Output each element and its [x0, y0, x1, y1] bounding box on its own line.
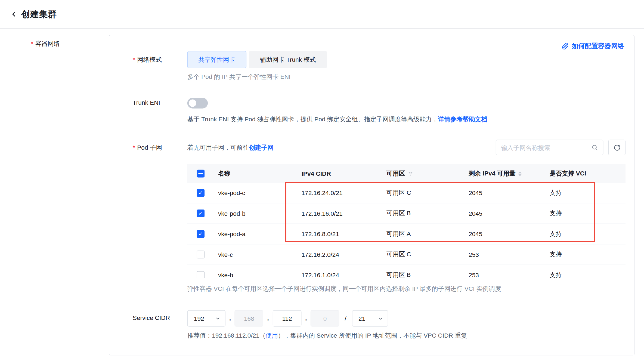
pod-subnet-control: 若无可用子网，可前往创建子网 — [187, 140, 626, 293]
network-mode-label: 网络模式 — [133, 51, 187, 81]
header-zone-label: 可用区 — [386, 170, 405, 178]
cell-remaining: 2045 — [469, 210, 550, 217]
refresh-icon — [613, 144, 620, 151]
cell-vci: 支持 — [550, 251, 626, 258]
mode-option-shared-eni[interactable]: 共享弹性网卡 — [187, 51, 246, 68]
trunk-helper-text: 基于 Trunk ENI 支持 Pod 独占弹性网卡，提供 Pod 绑定安全组、… — [187, 115, 438, 122]
vci-scheduling-helper: 弹性容器 VCI 在每个可用区选择一个子网进行实例调度，同一个可用区内选择剩余 … — [187, 285, 626, 293]
table-tools — [496, 140, 626, 155]
page-title: 创建集群 — [21, 8, 57, 20]
mode-option-trunk[interactable]: 辅助网卡 Trunk 模式 — [249, 51, 327, 68]
cell-cidr: 172.16.16.0/21 — [301, 210, 386, 217]
cell-vci: 支持 — [550, 271, 626, 278]
header-remaining: 剩余 IPv4 可用量 — [469, 170, 550, 178]
network-mode-control: 共享弹性网卡 辅助网卡 Trunk 模式 多个 Pod 的 IP 共享一个弹性网… — [187, 51, 626, 81]
use-recommended-link[interactable]: 使用 — [266, 332, 278, 339]
cell-remaining: 253 — [469, 271, 550, 278]
cell-remaining: 253 — [469, 251, 550, 258]
subnet-table-body: vke-pod-c 172.16.24.0/21 可用区 C 2045 支持 v… — [187, 183, 626, 278]
cell-name: vke-c — [218, 251, 302, 258]
pod-subnet-topline: 若无可用子网，可前往创建子网 — [187, 140, 626, 155]
network-mode-row: 网络模式 共享弹性网卡 辅助网卡 Trunk 模式 多个 Pod 的 IP 共享… — [133, 51, 626, 81]
cell-zone: 可用区 C — [386, 251, 469, 258]
header-remaining-label: 剩余 IPv4 可用量 — [469, 170, 515, 178]
service-cidr-control: 192 . . . / 21 — [187, 310, 626, 340]
cell-name: vke-pod-b — [218, 210, 302, 217]
search-icon[interactable] — [592, 144, 598, 151]
cell-cidr: 172.16.1.0/24 — [301, 271, 386, 278]
table-row[interactable]: vke-pod-b 172.16.16.0/21 可用区 B 2045 支持 — [187, 203, 626, 224]
paperclip-icon — [562, 43, 569, 50]
pod-subnet-hint: 若无可用子网，可前往创建子网 — [187, 144, 274, 152]
slash-separator: / — [345, 315, 347, 322]
cell-cidr: 172.16.24.0/21 — [301, 189, 386, 196]
refresh-button[interactable] — [608, 140, 626, 155]
dot-separator: . — [267, 315, 269, 322]
section-label: 容器网络 — [31, 40, 60, 47]
octet1-value: 192 — [194, 315, 204, 322]
header-ipv4-cidr: IPv4 CIDR — [301, 170, 386, 177]
dot-separator: . — [305, 315, 307, 322]
sort-icons[interactable] — [518, 171, 522, 176]
cell-vci: 支持 — [550, 209, 626, 217]
cell-zone: 可用区 C — [386, 189, 469, 197]
create-subnet-link[interactable]: 创建子网 — [249, 144, 274, 151]
cell-remaining: 2045 — [469, 189, 550, 196]
create-cluster-page: 创建集群 容器网络 如何配置容器网络 网络模式 共享弹性网卡 辅助网 — [0, 0, 644, 358]
configure-network-help-link[interactable]: 如何配置容器网络 — [562, 42, 624, 51]
octet2-input — [235, 310, 264, 326]
pod-subnet-label: Pod 子网 — [133, 140, 187, 293]
header-vci: 是否支持 VCI — [550, 170, 626, 178]
mask-select[interactable]: 21 — [352, 310, 388, 326]
service-cidr-row: Service CIDR 192 . . . — [133, 310, 626, 340]
cell-cidr: 172.16.8.0/21 — [301, 230, 386, 237]
subnet-table-header: 名称 IPv4 CIDR 可用区 剩余 IPv4 可用量 — [187, 164, 626, 183]
octet4-input — [311, 310, 339, 326]
trunk-eni-helper: 基于 Trunk ENI 支持 Pod 独占弹性网卡，提供 Pod 绑定安全组、… — [187, 115, 626, 123]
zone-filter-icon[interactable] — [408, 171, 413, 176]
row-checkbox[interactable] — [197, 251, 205, 258]
cell-zone: 可用区 B — [386, 209, 469, 217]
header-checkbox-cell — [187, 170, 218, 178]
help-link-label: 如何配置容器网络 — [572, 42, 624, 51]
chevron-down-icon — [378, 316, 383, 321]
cidr-helper-suffix: ），集群内的 Service 所使用的 IP 地址范围，不能与 VPC CIDR… — [278, 332, 467, 339]
trunk-eni-row: Trunk ENI 基于 Trunk ENI 支持 Pod 独占弹性网卡，提供 … — [133, 98, 626, 123]
content: 容器网络 如何配置容器网络 网络模式 共享弹性网卡 辅助网卡 Trunk 模式 — [0, 29, 644, 358]
back-icon[interactable] — [10, 10, 18, 18]
row-checkbox[interactable] — [197, 230, 205, 238]
row-checkbox[interactable] — [197, 209, 205, 217]
table-row[interactable]: vke-pod-a 172.16.8.0/21 可用区 A 2045 支持 — [187, 224, 626, 245]
section-label-column: 容器网络 — [0, 35, 109, 48]
table-row[interactable]: vke-b 172.16.1.0/24 可用区 B 253 支持 — [187, 265, 626, 278]
cell-name: vke-b — [218, 271, 302, 278]
octet1-select[interactable]: 192 — [187, 310, 225, 326]
cell-name: vke-pod-c — [218, 189, 302, 196]
cell-zone: 可用区 B — [386, 271, 469, 278]
network-mode-options: 共享弹性网卡 辅助网卡 Trunk 模式 — [187, 51, 626, 68]
header-name: 名称 — [218, 170, 302, 178]
cell-cidr: 172.16.2.0/24 — [301, 251, 386, 258]
header-zone: 可用区 — [386, 170, 469, 178]
select-all-checkbox[interactable] — [197, 170, 205, 178]
mask-value: 21 — [358, 315, 365, 322]
pod-hint-text: 若无可用子网，可前往 — [187, 144, 249, 151]
subnet-table: 名称 IPv4 CIDR 可用区 剩余 IPv4 可用量 — [187, 164, 626, 278]
trunk-eni-label: Trunk ENI — [133, 98, 187, 123]
container-network-card: 如何配置容器网络 网络模式 共享弹性网卡 辅助网卡 Trunk 模式 多个 Po… — [109, 35, 634, 355]
row-checkbox[interactable] — [197, 189, 205, 197]
row-checkbox[interactable] — [197, 271, 205, 278]
trunk-docs-link[interactable]: 详情参考帮助文档 — [438, 115, 487, 122]
table-row[interactable]: vke-c 172.16.2.0/24 可用区 C 253 支持 — [187, 245, 626, 265]
cell-name: vke-pod-a — [218, 230, 302, 237]
toggle-knob — [189, 99, 196, 107]
network-mode-helper: 多个 Pod 的 IP 共享一个弹性网卡 ENI — [187, 73, 626, 81]
table-row[interactable]: vke-pod-c 172.16.24.0/21 可用区 C 2045 支持 — [187, 183, 626, 203]
service-cidr-helper: 推荐值：192.168.112.0/21（使用），集群内的 Service 所使… — [187, 332, 626, 340]
octet3-input[interactable] — [273, 310, 302, 326]
cell-remaining: 2045 — [469, 230, 550, 237]
cell-vci: 支持 — [550, 189, 626, 197]
subnet-search-input[interactable] — [501, 144, 591, 151]
pod-subnet-row: Pod 子网 若无可用子网，可前往创建子网 — [133, 140, 626, 293]
trunk-eni-toggle[interactable] — [187, 98, 208, 108]
